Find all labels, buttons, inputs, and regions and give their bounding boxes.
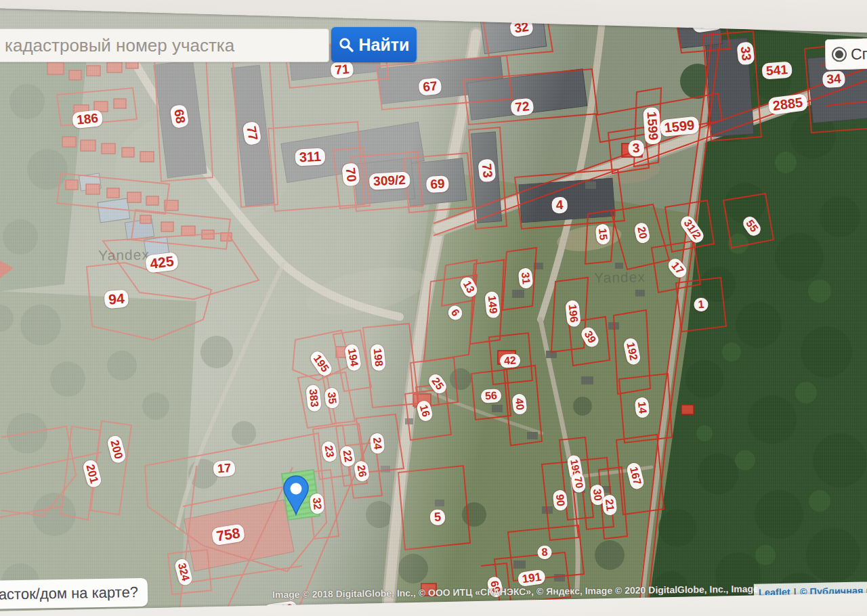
search-input[interactable]: [0, 28, 329, 62]
parcel-label[interactable]: 17: [666, 256, 689, 280]
parcel-label[interactable]: 15: [595, 223, 610, 245]
help-link[interactable]: асток/дом на карте?: [0, 578, 148, 610]
parcel-label[interactable]: 192: [622, 337, 641, 366]
layer-toggle-satellite[interactable]: Спу: [824, 38, 867, 70]
parcel-label[interactable]: 21: [601, 494, 617, 516]
parcel-label[interactable]: 39: [579, 325, 601, 349]
parcel-label[interactable]: 196: [565, 300, 581, 328]
parcel-label[interactable]: 77: [242, 121, 261, 146]
parcel-label[interactable]: 72: [510, 98, 534, 116]
parcel-label-layer: 3242633541342885716772186687731170309/26…: [0, 0, 867, 616]
parcel-label[interactable]: 4: [551, 196, 568, 213]
parcel-label[interactable]: 22: [339, 445, 356, 468]
parcel-label[interactable]: 68: [169, 104, 189, 129]
parcel-label[interactable]: 70: [570, 472, 586, 493]
parcel-label[interactable]: 425: [145, 252, 179, 273]
parcel-label[interactable]: 1599: [643, 107, 661, 145]
parcel-label[interactable]: 1599: [660, 116, 700, 137]
parcel-label[interactable]: 13: [458, 275, 480, 299]
parcel-label[interactable]: 311: [295, 148, 326, 166]
parcel-label[interactable]: 149: [484, 291, 501, 319]
parcel-label[interactable]: 8: [537, 545, 552, 559]
parcel-label[interactable]: 25: [426, 372, 448, 396]
parcel-label[interactable]: 198: [370, 344, 386, 372]
parcel-label[interactable]: 309/2: [369, 172, 410, 190]
parcel-label[interactable]: 35: [324, 387, 339, 409]
parcel-label[interactable]: 14: [634, 397, 650, 418]
parcel-label[interactable]: 69: [426, 175, 449, 192]
parcel-label[interactable]: 2885: [767, 93, 807, 115]
parcel-label[interactable]: 201: [82, 459, 103, 489]
parcel-label[interactable]: 186: [72, 110, 103, 129]
cadastral-map-screenshot: YandexYandex 324263354134288571677218668…: [0, 0, 867, 616]
parcel-label[interactable]: 90: [552, 489, 568, 511]
parcel-label[interactable]: 67: [418, 78, 442, 96]
parcel-label[interactable]: 24: [369, 433, 385, 454]
parcel-label[interactable]: 34: [822, 70, 846, 88]
parcel-label[interactable]: 17: [213, 460, 236, 477]
parcel-label[interactable]: 33: [736, 41, 755, 65]
parcel-label[interactable]: 1: [694, 297, 709, 311]
parcel-label[interactable]: 23: [321, 441, 338, 463]
parcel-label[interactable]: 42: [499, 353, 520, 368]
parcel-label[interactable]: 16: [415, 399, 434, 422]
parcel-label[interactable]: 20: [633, 221, 651, 244]
magnifier-icon: [339, 37, 354, 52]
parcel-label[interactable]: 71: [330, 61, 354, 79]
parcel-label[interactable]: 73: [478, 158, 496, 182]
parcel-label[interactable]: 167: [626, 462, 646, 490]
layer-toggle-label: Спу: [851, 44, 867, 63]
find-button-label: Найти: [359, 35, 410, 55]
parcel-label[interactable]: 5: [429, 509, 446, 525]
parcel-label[interactable]: 26: [354, 460, 371, 483]
parcel-label[interactable]: 191: [517, 569, 547, 588]
map-pin-icon[interactable]: [280, 474, 312, 516]
parcel-label[interactable]: 94: [104, 290, 129, 309]
parcel-label[interactable]: 383: [305, 384, 322, 412]
parcel-label[interactable]: 70: [341, 162, 360, 186]
parcel-label[interactable]: 195: [308, 349, 335, 378]
parcel-label[interactable]: 324: [173, 558, 193, 587]
parcel-label[interactable]: 3: [628, 139, 644, 156]
parcel-label[interactable]: 40: [511, 393, 527, 415]
parcel-label[interactable]: 758: [211, 523, 246, 546]
parcel-label[interactable]: 541: [761, 62, 792, 80]
parcel-label[interactable]: 31/2: [678, 214, 706, 246]
find-button[interactable]: Найти: [331, 27, 417, 62]
help-link-label: асток/дом на карте?: [0, 584, 138, 604]
radio-selected-icon[interactable]: [832, 47, 847, 62]
parcel-label[interactable]: 55: [740, 214, 763, 238]
parcel-label[interactable]: 56: [480, 389, 501, 403]
parcel-label[interactable]: 194: [344, 343, 362, 372]
parcel-label[interactable]: 6: [446, 303, 465, 323]
map-canvas[interactable]: YandexYandex 324263354134288571677218668…: [0, 0, 867, 616]
parcel-label[interactable]: 31: [517, 267, 533, 289]
parcel-label[interactable]: 200: [106, 435, 127, 464]
